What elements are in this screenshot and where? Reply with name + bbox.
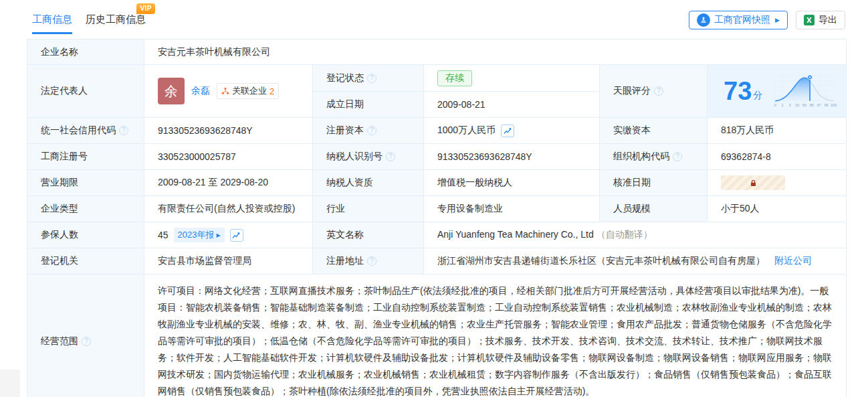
score-axis-tick: 85 xyxy=(810,103,814,107)
related-companies-count: 2 xyxy=(269,86,274,96)
trend-chart-icon[interactable] xyxy=(230,229,243,242)
export-button[interactable]: 导出 xyxy=(796,11,845,29)
help-icon[interactable]: ? xyxy=(367,126,376,135)
label-text: 经营范围 xyxy=(41,335,78,347)
field-value-reg-authority: 安吉县市场监督管理局 xyxy=(144,248,313,274)
row-insured-count: 参保人数 45 2023年报 ▶ 英文名称 Anji Yuanfeng Tea … xyxy=(27,222,847,248)
help-icon[interactable]: ? xyxy=(386,152,395,161)
field-value-legal-rep: 余 余磊 关联企业 2 xyxy=(144,65,313,118)
field-label-reg-capital: 注册资本? xyxy=(313,118,424,144)
label-text: 登记机关 xyxy=(41,255,78,267)
label-text: 纳税人识别号 xyxy=(326,151,383,163)
field-value-company-name: 安吉元丰茶叶机械有限公司 xyxy=(144,39,847,65)
help-icon[interactable]: ? xyxy=(119,126,128,135)
legal-rep-name-link[interactable]: 余磊 xyxy=(191,85,210,97)
official-snapshot-button[interactable]: 工商官网快照 ▶ xyxy=(689,11,788,29)
label-text: 成立日期 xyxy=(326,98,364,110)
stamp-icon xyxy=(697,13,710,27)
field-value-staff-size: 小于50人 xyxy=(708,196,847,222)
field-label-establish-date: 成立日期 xyxy=(313,92,424,118)
reg-number-text: 330523000025787 xyxy=(158,151,236,162)
locked-value-placeholder[interactable] xyxy=(721,175,785,190)
legal-rep-avatar[interactable]: 余 xyxy=(158,78,185,104)
nearby-companies-link[interactable]: 附近公司 xyxy=(774,255,812,267)
field-value-insured-count: 45 2023年报 ▶ xyxy=(144,222,313,248)
row-reg-authority: 登记机关 安吉县市场监督管理局 注册地址? 浙江省湖州市安吉县递铺街道长乐社区（… xyxy=(27,248,847,274)
score-axis-tick: 0 xyxy=(774,103,776,107)
industry-text: 专用设备制造业 xyxy=(437,203,503,214)
label-text: 统一社会信用代码 xyxy=(41,125,116,137)
field-value-taxpayer-id: 91330523693628748Y xyxy=(424,144,600,170)
field-value-reg-status: 存续 xyxy=(424,65,600,92)
tab-history-label: 历史工商信息 xyxy=(86,13,146,25)
row-credit-code: 统一社会信用代码? 91330523693628748Y 注册资本? 1000万… xyxy=(27,118,847,144)
business-info-table: 企业名称 安吉元丰茶叶机械有限公司 法定代表人 余 余磊 关联企业 2 登记状态… xyxy=(27,39,847,397)
reg-address-text: 浙江省湖州市安吉县递铺街道长乐社区（安吉元丰茶叶机械有限公司自有房屋） xyxy=(437,255,765,267)
label-text: 纳税人资质 xyxy=(326,177,373,189)
score-axis-ticks: 0 1 3 15 50 85 97 99 100 xyxy=(774,103,837,107)
field-value-score[interactable]: 73 分 xyxy=(708,65,847,118)
field-label-reg-number: 工商注册号 xyxy=(27,144,144,170)
label-text: 行业 xyxy=(326,203,345,215)
annual-report-badge[interactable]: 2023年报 ▶ xyxy=(174,228,225,242)
label-text: 核准日期 xyxy=(613,177,651,189)
field-label-company-type: 企业类型 xyxy=(27,196,144,222)
score-value-text: 73 xyxy=(724,78,752,104)
field-value-taxpayer-quality: 增值税一般纳税人 xyxy=(424,170,600,196)
field-label-english-name: 英文名称 xyxy=(313,222,424,248)
help-icon[interactable]: ? xyxy=(367,74,376,83)
trend-chart-icon[interactable] xyxy=(501,125,514,137)
org-code-text: 69362874-8 xyxy=(721,151,771,162)
row-business-scope: 经营范围? 许可项目：网络文化经营；互联网直播技术服务；茶叶制品生产(依法须经批… xyxy=(27,274,847,397)
tab-bar: 工商信息 历史工商信息 VIP xyxy=(32,13,146,34)
field-value-business-scope: 许可项目：网络文化经营；互联网直播技术服务；茶叶制品生产(依法须经批准的项目，经… xyxy=(144,274,847,397)
company-name-text: 安吉元丰茶叶机械有限公司 xyxy=(158,46,270,57)
field-label-credit-code: 统一社会信用代码? xyxy=(27,118,144,144)
score-axis-tick: 100 xyxy=(831,103,837,107)
tab-business-info[interactable]: 工商信息 xyxy=(32,13,72,34)
field-label-staff-size: 人员规模 xyxy=(600,196,708,222)
auto-translate-note: （自动翻译） xyxy=(596,229,653,240)
field-label-reg-authority: 登记机关 xyxy=(27,248,144,274)
label-text: 营业期限 xyxy=(41,177,78,189)
field-value-reg-number: 330523000025787 xyxy=(144,144,313,170)
related-companies-badge[interactable]: 关联企业 2 xyxy=(217,83,279,99)
score-axis-tick: 99 xyxy=(825,103,829,107)
help-icon[interactable]: ? xyxy=(673,152,682,161)
label-text: 人员规模 xyxy=(613,203,651,215)
label-text: 天眼评分 xyxy=(613,85,651,97)
help-icon[interactable]: ? xyxy=(367,256,376,266)
field-label-taxpayer-id: 纳税人识别号? xyxy=(313,144,424,170)
field-label-approve-date: 核准日期 xyxy=(600,170,708,196)
score-unit-text: 分 xyxy=(753,90,762,102)
label-text: 登记状态 xyxy=(326,72,364,84)
field-label-paid-capital: 实缴资本 xyxy=(600,118,708,144)
page-background-corner xyxy=(0,370,20,397)
field-value-credit-code: 91330523693628748Y xyxy=(144,118,313,144)
row-reg-number: 工商注册号 330523000025787 纳税人识别号? 9133052369… xyxy=(27,144,847,170)
credit-code-text: 91330523693628748Y xyxy=(158,125,253,136)
caret-icon: ▶ xyxy=(217,232,221,238)
field-value-business-term: 2009-08-21 至 2029-08-20 xyxy=(144,170,313,196)
english-name-text: Anji Yuanfeng Tea Machinery Co., Ltd xyxy=(437,229,594,240)
tab-history-business-info[interactable]: 历史工商信息 VIP xyxy=(86,13,146,34)
vip-badge[interactable]: VIP xyxy=(136,3,155,14)
related-companies-label: 关联企业 xyxy=(232,85,267,97)
taxpayer-id-text: 91330523693628748Y xyxy=(437,151,532,162)
field-value-industry: 专用设备制造业 xyxy=(424,196,600,222)
taxpayer-quality-text: 增值税一般纳税人 xyxy=(437,177,512,187)
field-label-company-name: 企业名称 xyxy=(27,39,144,65)
help-icon[interactable]: ? xyxy=(82,337,91,346)
company-type-text: 有限责任公司(自然人投资或控股) xyxy=(158,203,295,214)
business-scope-text: 许可项目：网络文化经营；互联网直播技术服务；茶叶制品生产(依法须经批准的项目，经… xyxy=(158,274,839,397)
field-value-company-type: 有限责任公司(自然人投资或控股) xyxy=(144,196,313,222)
help-icon[interactable]: ? xyxy=(654,86,663,96)
label-text: 企业类型 xyxy=(41,203,78,215)
field-label-insured-count: 参保人数 xyxy=(27,222,144,248)
lock-icon xyxy=(749,179,758,187)
field-label-business-term: 营业期限 xyxy=(27,170,144,196)
score-number: 73 分 xyxy=(724,78,762,104)
row-company-type: 企业类型 有限责任公司(自然人投资或控股) 行业 专用设备制造业 人员规模 小于… xyxy=(27,196,847,222)
field-label-reg-status: 登记状态? xyxy=(313,65,424,92)
field-label-business-scope: 经营范围? xyxy=(27,274,144,397)
